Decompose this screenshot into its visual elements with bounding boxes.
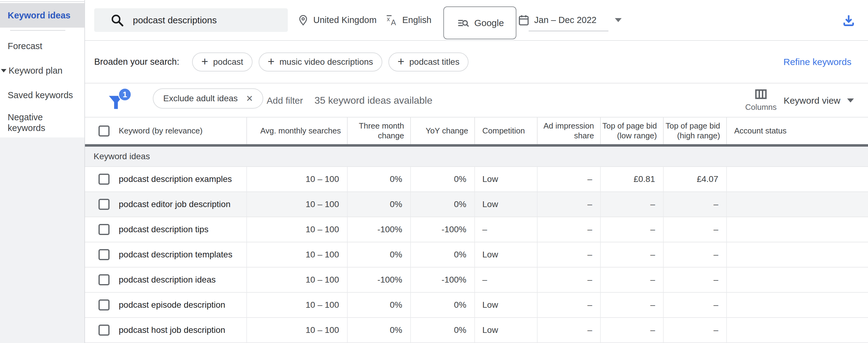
language-value: English — [402, 15, 431, 25]
dropdown-arrow-icon — [615, 18, 622, 22]
table-row: podcast description tips10 – 100-100%-10… — [85, 217, 868, 242]
select-all-checkbox[interactable] — [98, 125, 110, 136]
column-header-label: Account status — [734, 126, 787, 136]
table-row: podcast description templates10 – 1000%0… — [85, 242, 868, 268]
row-checkbox[interactable] — [98, 249, 110, 260]
broaden-chip[interactable]: +podcast titles — [389, 53, 469, 71]
table-cell: – — [537, 167, 601, 191]
column-header[interactable]: Top of page bid (low range) — [601, 118, 664, 144]
table-cell: Low — [475, 167, 537, 191]
refine-keywords-link[interactable]: Refine keywords — [783, 57, 851, 67]
table-cell: 0% — [411, 167, 475, 191]
table-cell: -100% — [348, 217, 411, 242]
sidebar-item-keyword-ideas[interactable]: Keyword ideas — [0, 3, 84, 28]
row-checkbox[interactable] — [98, 324, 110, 336]
columns-icon — [754, 87, 768, 101]
row-checkbox[interactable] — [98, 174, 110, 185]
row-checkbox[interactable] — [98, 300, 110, 310]
exclude-adult-ideas-chip[interactable]: Exclude adult ideas × — [153, 88, 263, 108]
table-cell: Low — [475, 293, 537, 317]
sidebar-item-label: Forecast — [8, 41, 42, 51]
date-range-underline — [529, 31, 609, 31]
table-cell: – — [601, 268, 664, 292]
view-selector[interactable]: Keyword view — [784, 84, 854, 118]
table-cell: 0% — [348, 192, 411, 217]
broaden-chip[interactable]: +podcast — [192, 53, 252, 71]
keyword-label: podcast host job description — [119, 325, 225, 335]
plus-icon: + — [398, 56, 404, 67]
column-header[interactable]: Competition — [475, 118, 537, 144]
table-cell: 0% — [411, 192, 475, 217]
table-cell: £0.81 — [601, 167, 664, 191]
table-cell: 10 – 100 — [247, 217, 348, 242]
filter-count-badge: 1 — [118, 88, 132, 101]
table-cell: – — [601, 293, 664, 317]
table-cell: – — [475, 217, 537, 242]
table-cell: 10 – 100 — [247, 268, 348, 292]
sidebar-item-keyword-plan[interactable]: Keyword plan — [0, 58, 84, 83]
table-cell — [727, 192, 868, 217]
filter-bar: 1 Exclude adult ideas × Add filter 35 ke… — [85, 84, 868, 118]
sidebar-item-label: Keyword plan — [8, 66, 63, 76]
table-row: podcast editor job description10 – 1000%… — [85, 192, 868, 217]
keyword-search-input[interactable]: podcast descriptions — [94, 8, 288, 32]
language-selector[interactable]: x A English — [386, 0, 431, 40]
sidebar-item-forecast[interactable]: Forecast — [0, 34, 84, 58]
table-cell: 10 – 100 — [247, 192, 348, 217]
keyword-planner-app: Keyword ideas Forecast Keyword plan Save… — [0, 0, 868, 343]
table-cell: -100% — [411, 217, 475, 242]
table-scrollbar[interactable] — [85, 144, 868, 147]
table-cell: 10 – 100 — [247, 293, 348, 317]
add-filter-button[interactable]: Add filter — [267, 84, 303, 118]
keyword-label: podcast description ideas — [119, 275, 216, 285]
download-button[interactable] — [842, 13, 856, 29]
filter-button[interactable]: 1 — [107, 90, 129, 112]
column-header[interactable]: Avg. monthly searches — [247, 118, 348, 144]
sidebar-item-label: Keyword ideas — [8, 10, 70, 21]
search-settings-bar: podcast descriptions United Kingdom x A … — [85, 0, 868, 41]
table-cell: – — [537, 293, 601, 317]
column-header-label: Top of page bid (low range) — [601, 121, 657, 141]
close-icon[interactable]: × — [246, 93, 253, 104]
column-header[interactable]: Three month change — [348, 118, 411, 144]
column-header[interactable]: Account status — [727, 118, 868, 144]
search-value: podcast descriptions — [133, 15, 217, 26]
row-checkbox[interactable] — [98, 199, 110, 210]
columns-button[interactable]: Columns — [741, 87, 781, 112]
svg-text:A: A — [391, 18, 396, 26]
svg-text:x: x — [387, 15, 390, 22]
table-cell: – — [537, 242, 601, 267]
broaden-label: Broaden your search: — [94, 57, 179, 67]
table-cell — [727, 268, 868, 292]
date-range-selector[interactable]: Jan – Dec 2022 — [518, 0, 622, 40]
broaden-search-bar: Broaden your search: +podcast+music vide… — [85, 41, 868, 84]
column-header[interactable]: Keyword (by relevance) — [85, 118, 247, 144]
table-cell: – — [664, 293, 727, 317]
table-cell: 10 – 100 — [247, 167, 348, 191]
table-cell: -100% — [411, 268, 475, 292]
table-row: podcast host job description10 – 1000%0%… — [85, 318, 868, 343]
row-checkbox[interactable] — [98, 274, 110, 285]
table-cell: – — [537, 318, 601, 342]
column-header[interactable]: Top of page bid (high range) — [664, 118, 727, 144]
location-selector[interactable]: United Kingdom — [297, 0, 376, 40]
network-selector[interactable]: Google — [443, 6, 516, 39]
table-cell: – — [664, 242, 727, 267]
sidebar-item-negative-keywords[interactable]: Negative keywords — [0, 107, 84, 138]
chip-label: music video descriptions — [280, 57, 373, 67]
sidebar-item-saved-keywords[interactable]: Saved keywords — [0, 83, 84, 107]
table-cell: – — [664, 318, 727, 342]
calendar-icon — [518, 14, 530, 26]
table-cell: – — [601, 318, 664, 342]
column-header[interactable]: YoY change — [411, 118, 475, 144]
keyword-label: podcast description templates — [119, 250, 232, 259]
keyword-cell: podcast description tips — [85, 217, 247, 242]
row-checkbox[interactable] — [98, 224, 110, 235]
column-header[interactable]: Ad impression share — [537, 118, 601, 144]
broaden-chip[interactable]: +music video descriptions — [259, 53, 382, 71]
table-cell: 0% — [411, 293, 475, 317]
column-header-label: YoY change — [426, 126, 468, 136]
keyword-cell: podcast editor job description — [85, 192, 247, 217]
table-cell — [727, 217, 868, 242]
keyword-label: podcast editor job description — [119, 199, 230, 209]
